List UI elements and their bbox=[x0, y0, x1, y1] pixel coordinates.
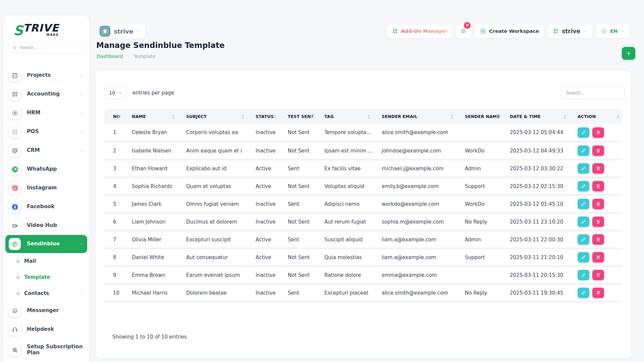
sidebar-subitem-template[interactable]: Template bbox=[3, 269, 89, 285]
sort-arrows-icon[interactable] bbox=[241, 114, 244, 119]
sidebar-item-accounting[interactable]: Accounting bbox=[3, 85, 89, 104]
hrm-icon bbox=[9, 107, 21, 119]
chevron-right-icon bbox=[79, 130, 84, 134]
cell-name: Liam Johnson bbox=[123, 213, 177, 231]
sidebar-search[interactable] bbox=[8, 42, 85, 53]
sidebar-item-facebook[interactable]: Facebook bbox=[3, 197, 89, 216]
sidebar-item-whatsapp[interactable]: WhatsApp bbox=[3, 160, 89, 179]
edit-button[interactable] bbox=[578, 252, 589, 262]
column-header-subject[interactable]: SUBJECT bbox=[177, 109, 247, 124]
pencil-icon bbox=[581, 201, 586, 206]
column-header-tag[interactable]: TAG bbox=[316, 109, 373, 124]
sidebar-item-messenger[interactable]: Messenger bbox=[3, 301, 89, 320]
delete-button[interactable] bbox=[592, 270, 604, 280]
sidebar-menu-viewport: Projects Accounting HRM POS CRM WhatsApp… bbox=[3, 73, 89, 362]
sort-arrows-icon[interactable] bbox=[274, 114, 276, 119]
edit-button[interactable] bbox=[578, 270, 589, 280]
sidebar-search-input[interactable] bbox=[20, 45, 80, 50]
table-search-input[interactable] bbox=[561, 86, 625, 99]
chevron-right-icon bbox=[79, 92, 84, 97]
create-workspace-button[interactable]: Create Workspace bbox=[475, 24, 544, 38]
sidebar-item-instagram[interactable]: Instagram bbox=[3, 179, 89, 197]
delete-button[interactable] bbox=[592, 252, 604, 262]
cell-status: Inactive bbox=[247, 284, 279, 302]
sidebar-item-video-hub[interactable]: Video Hub bbox=[3, 216, 89, 235]
sidebar-item-crm[interactable]: CRM bbox=[3, 141, 89, 160]
sort-arrows-icon[interactable] bbox=[617, 114, 620, 119]
chat-button[interactable]: 0 bbox=[455, 24, 472, 38]
sort-arrows-icon[interactable] bbox=[368, 114, 370, 119]
page-size-select[interactable]: 10 bbox=[105, 86, 127, 99]
sort-arrows-icon[interactable] bbox=[118, 114, 120, 119]
sidebar-item-pos[interactable]: POS bbox=[3, 122, 89, 141]
chevron-right-icon bbox=[79, 111, 84, 115]
cell-tag: Quia molestias bbox=[316, 248, 373, 266]
sort-arrows-icon[interactable] bbox=[451, 114, 453, 119]
trash-icon bbox=[596, 148, 601, 153]
account-menu[interactable]: strive bbox=[547, 24, 593, 38]
cell-sender_email: emily.b@example.com bbox=[373, 177, 456, 195]
edit-button[interactable] bbox=[578, 288, 589, 298]
cell-status: Active bbox=[247, 160, 279, 177]
column-header-status[interactable]: STATUS bbox=[247, 109, 279, 124]
delete-button[interactable] bbox=[592, 145, 604, 156]
create-template-button[interactable] bbox=[622, 47, 635, 60]
language-selector[interactable]: EN bbox=[596, 24, 630, 38]
cell-date_time: 2025-03-11 23:10:20 bbox=[501, 213, 569, 231]
sidebar-item-helpdesk[interactable]: Helpdesk bbox=[3, 320, 89, 339]
column-header-sender-email[interactable]: SENDER EMAIL bbox=[373, 109, 456, 124]
subscription-icon bbox=[9, 344, 21, 356]
delete-button[interactable] bbox=[592, 217, 604, 227]
sort-arrows-icon[interactable] bbox=[310, 114, 313, 119]
column-header-name[interactable]: NAME bbox=[123, 109, 177, 124]
globe-icon bbox=[601, 28, 607, 34]
sort-arrows-icon[interactable] bbox=[496, 114, 498, 119]
edit-button[interactable] bbox=[578, 234, 589, 245]
delete-button[interactable] bbox=[592, 127, 604, 138]
delete-button[interactable] bbox=[592, 288, 604, 298]
cell-status: Inactive bbox=[247, 124, 279, 142]
edit-button[interactable] bbox=[578, 163, 589, 174]
sidebar-item-label: Messenger bbox=[27, 308, 84, 314]
sidebar-item-label: Helpdesk bbox=[27, 326, 84, 333]
cell-test_sent: Not Sent bbox=[279, 213, 316, 231]
cell-sender_email: sophia.m@example.com bbox=[373, 213, 456, 231]
column-header-test-sent[interactable]: TEST SENT bbox=[279, 109, 316, 124]
addon-manager-button[interactable]: Add-On Manager bbox=[387, 24, 452, 38]
breadcrumb-current: Template bbox=[133, 54, 156, 59]
column-header-date-time[interactable]: DATE & TIME bbox=[501, 109, 569, 124]
cell-status: Inactive bbox=[247, 195, 279, 213]
delete-button[interactable] bbox=[592, 234, 604, 245]
column-header-no[interactable]: NO bbox=[104, 109, 123, 124]
sort-arrows-icon[interactable] bbox=[564, 114, 566, 119]
sidebar-item-sendinblue[interactable]: Sendinblue bbox=[5, 235, 87, 253]
column-header-action[interactable]: ACTION bbox=[569, 109, 622, 124]
edit-button[interactable] bbox=[578, 127, 589, 138]
sort-arrows-icon[interactable] bbox=[172, 114, 175, 119]
delete-button[interactable] bbox=[592, 199, 604, 209]
edit-button[interactable] bbox=[578, 199, 589, 209]
delete-button[interactable] bbox=[592, 163, 604, 174]
delete-button[interactable] bbox=[592, 181, 604, 191]
edit-button[interactable] bbox=[578, 217, 589, 227]
crm-icon bbox=[9, 144, 21, 157]
breadcrumb-dashboard[interactable]: Dashboard bbox=[97, 54, 123, 59]
sidebar-item-hrm[interactable]: HRM bbox=[3, 104, 89, 122]
column-header-sender-name[interactable]: SENDER NAME bbox=[456, 109, 501, 124]
template-table: NO NAME SUBJECT STATUS TEST SENT TAG SEN… bbox=[104, 109, 622, 303]
sidebar-subitem-label: Template bbox=[24, 274, 84, 280]
cell-action bbox=[569, 266, 622, 284]
table-row: 2Isabelle NielsenAnim eaque quam et iIna… bbox=[104, 142, 622, 160]
sidebar-item-setup-subscription-plan[interactable]: Setup Subscription Plan bbox=[3, 339, 89, 361]
edit-button[interactable] bbox=[578, 181, 589, 191]
sidebar-item-projects[interactable]: Projects bbox=[3, 73, 89, 85]
sidebar-subitem-mail[interactable]: Mail bbox=[3, 253, 89, 269]
sidebar-subitem-contacts[interactable]: Contacts bbox=[3, 285, 89, 301]
page-size-value: 10 bbox=[109, 90, 115, 96]
edit-button[interactable] bbox=[578, 145, 589, 156]
workspace-switcher[interactable]: strive bbox=[97, 24, 145, 39]
cell-tag: Adipisci nemo bbox=[316, 195, 373, 213]
topbar: strive Add-On Manager 0 Create Workspace… bbox=[97, 23, 630, 39]
cell-action bbox=[569, 248, 622, 266]
trash-icon bbox=[596, 166, 601, 171]
